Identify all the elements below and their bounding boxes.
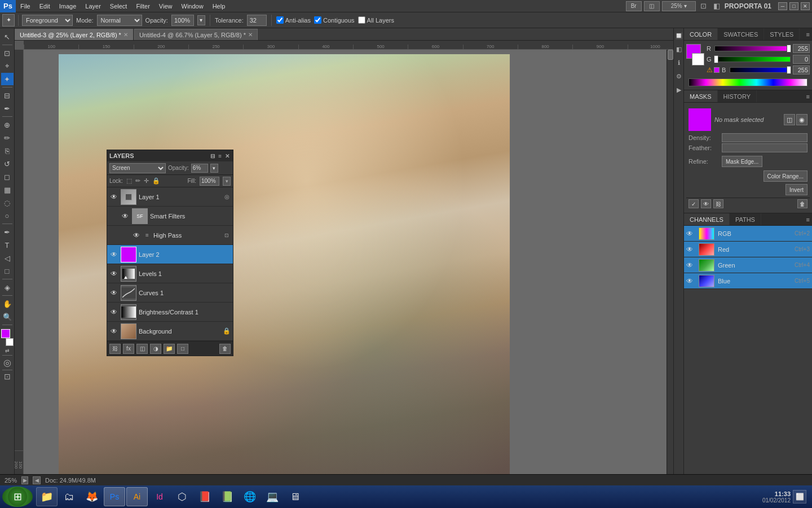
mode-select[interactable]: Normal Multiply Screen Overlay [97, 15, 142, 26]
color-gradient-bar[interactable] [689, 78, 807, 86]
pixel-mask-btn[interactable]: ◫ [784, 114, 795, 125]
layer-item-smart-filters[interactable]: 👁 SF Smart Filters [107, 207, 233, 226]
taskbar-app3[interactable]: 📗 [217, 487, 238, 506]
opacity-arrow[interactable]: ▾ [197, 15, 205, 25]
taskbar-indesign[interactable]: Id [149, 487, 170, 506]
layers-close-btn[interactable]: ✕ [224, 153, 231, 159]
eyedropper-tool[interactable]: ✒ [1, 102, 14, 115]
scroll-left[interactable]: ◀ [33, 476, 41, 484]
dodge-tool[interactable]: ○ [1, 209, 14, 222]
lock-transparent[interactable]: ⬚ [126, 177, 132, 185]
channel-item-green[interactable]: 👁 Green Ctrl+4 [684, 257, 812, 273]
opacity-input[interactable] [171, 15, 194, 26]
eraser-tool[interactable]: ◻ [1, 170, 14, 183]
right-icon-2[interactable]: ◧ [674, 44, 684, 54]
eye-mask-btn[interactable]: 👁 [701, 199, 711, 208]
brush-tool[interactable]: ✏ [1, 132, 14, 144]
taskbar-app5[interactable]: 🖥 [284, 487, 306, 506]
scrollbar-thumb-v[interactable] [668, 50, 673, 60]
tab-channels[interactable]: CHANNELS [684, 213, 730, 225]
feather-input[interactable] [722, 143, 807, 152]
layer-item-layer2[interactable]: 👁 Layer 2 [107, 245, 233, 264]
delete-layer-btn[interactable]: 🗑 [219, 344, 231, 354]
swap-colors[interactable]: ⇄ [5, 348, 10, 353]
menu-edit[interactable]: Edit [35, 0, 55, 12]
tab-color[interactable]: COLOR [684, 28, 718, 40]
mask-edge-btn[interactable]: Mask Edge... [722, 156, 762, 167]
layer-visibility-levels1[interactable]: 👁 [109, 269, 118, 278]
tab-swatches[interactable]: SWATCHES [718, 28, 764, 40]
menu-layer[interactable]: Layer [81, 0, 105, 12]
marquee-tool[interactable]: ⊡ [1, 47, 14, 59]
channel-vis-green[interactable]: 👁 [686, 261, 695, 269]
menu-window[interactable]: Window [177, 0, 208, 12]
new-adjustment-btn[interactable]: ◑ [150, 344, 161, 354]
channel-vis-red[interactable]: 👁 [686, 246, 695, 253]
anti-alias-checkbox[interactable] [276, 16, 284, 24]
zoom-select[interactable]: 25% ▾ [662, 1, 696, 11]
layer-visibility-curves1[interactable]: 👁 [109, 288, 118, 297]
layer-item-curves1[interactable]: 👁 Curves 1 [107, 283, 233, 303]
zoom-stepper[interactable]: ▶ [21, 476, 28, 484]
zoom-tool[interactable]: 🔍 [1, 310, 14, 323]
layers-menu-btn[interactable]: ≡ [217, 153, 223, 159]
all-layers-checkbox[interactable] [358, 16, 365, 24]
menu-file[interactable]: File [16, 0, 35, 12]
minimize-button[interactable]: ─ [778, 2, 787, 10]
layer-item-layer1[interactable]: 👁 Layer 1 ◎ [107, 187, 233, 207]
foreground-color[interactable] [1, 329, 10, 338]
fill-input[interactable] [200, 177, 219, 186]
link-layers-btn[interactable]: ⛓ [109, 344, 121, 354]
right-icon-1[interactable]: 🔲 [674, 30, 684, 41]
quick-mask-mode[interactable]: ◎ [3, 357, 11, 368]
tab-paths[interactable]: PATHS [730, 213, 761, 225]
menu-view[interactable]: View [155, 0, 177, 12]
layer-visibility-layer1[interactable]: 👁 [109, 192, 118, 202]
right-icon-4[interactable]: ⚙ [674, 71, 684, 81]
background-color[interactable] [6, 338, 14, 346]
g-value[interactable]: 0 [793, 55, 810, 64]
menu-image[interactable]: Image [55, 0, 81, 12]
taskbar-app1[interactable]: ⬡ [171, 487, 193, 506]
extras-button[interactable]: ◧ [711, 2, 722, 10]
channel-item-red[interactable]: 👁 Red Ctrl+3 [684, 242, 812, 257]
tab-close[interactable]: ✕ [123, 32, 128, 38]
minibrige-button[interactable]: ◫ [644, 1, 660, 11]
foreground-select[interactable]: Foreground Background White Black [22, 15, 73, 26]
layer-visibility-smart[interactable]: 👁 [121, 212, 130, 221]
fill-dropdown[interactable]: ▾ [223, 177, 231, 186]
g-slider-track[interactable] [714, 56, 791, 62]
density-input[interactable] [722, 133, 807, 142]
layer-visibility-background[interactable]: 👁 [109, 327, 118, 336]
b-value[interactable]: 255 [793, 65, 810, 75]
layers-panel-header[interactable]: LAYERS ⊟ ≡ ✕ [107, 150, 233, 161]
taskbar-app4[interactable]: 💻 [262, 487, 283, 506]
channel-vis-blue[interactable]: 👁 [686, 277, 695, 285]
right-icon-3[interactable]: ℹ [674, 58, 684, 68]
shape-tool[interactable]: □ [1, 265, 14, 277]
magic-wand-tool[interactable]: ✦ [1, 73, 14, 85]
contiguous-checkbox[interactable] [314, 16, 321, 24]
close-button[interactable]: ✕ [801, 2, 810, 10]
taskbar-photoshop[interactable]: Ps [104, 487, 125, 506]
layer-item-brightness[interactable]: 👁 Brightness/Contrast 1 [107, 303, 233, 322]
start-button[interactable]: ⊞ [2, 487, 33, 507]
screen-modes[interactable]: ⊡ [4, 372, 11, 381]
tolerance-input[interactable] [247, 15, 267, 26]
r-slider-track[interactable] [714, 46, 791, 51]
history-brush-tool[interactable]: ↺ [1, 157, 14, 170]
pen-tool[interactable]: ✒ [1, 226, 14, 238]
path-select-tool[interactable]: ◁ [1, 252, 14, 264]
layer-visibility-brightness[interactable]: 👁 [109, 308, 118, 317]
new-layer-btn[interactable]: □ [177, 344, 188, 354]
taskbar-folder[interactable]: 🗂 [59, 487, 80, 506]
layers-collapse-btn[interactable]: ⊟ [209, 153, 216, 159]
lock-image[interactable]: ✏ [135, 177, 140, 185]
tab-masks[interactable]: MASKS [684, 90, 718, 102]
r-slider-thumb[interactable] [787, 45, 791, 52]
tab-close2[interactable]: ✕ [248, 32, 253, 38]
layer-options-layer1[interactable]: ◎ [223, 193, 231, 201]
heal-brush-tool[interactable]: ⊕ [1, 119, 14, 131]
taskbar-app2[interactable]: 📕 [194, 487, 215, 506]
vector-mask-btn[interactable]: ◉ [796, 114, 807, 125]
